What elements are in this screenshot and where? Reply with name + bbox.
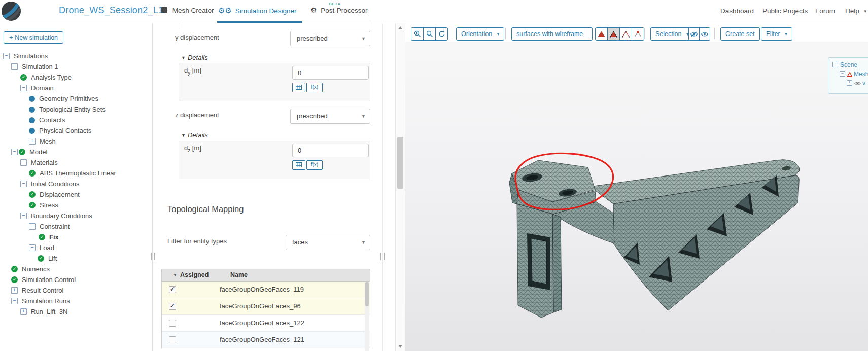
link-public-projects[interactable]: Public Projects	[762, 7, 808, 15]
table-scrollbar[interactable]	[365, 282, 369, 351]
assigned-checkbox[interactable]	[169, 286, 176, 293]
z-displacement-select[interactable]: prescribed ▼	[290, 109, 370, 124]
tree-item-initial-conditions[interactable]: −Initial Conditions	[0, 179, 152, 189]
assigned-checkbox[interactable]	[169, 303, 176, 310]
entity-type-select[interactable]: faces ▼	[286, 235, 370, 250]
formula-input-button[interactable]: f(x)	[306, 83, 323, 92]
table-row-facegroupongeofaces-96[interactable]: faceGroupOnGeoFaces_96	[162, 298, 370, 315]
collapse-icon[interactable]: −	[29, 223, 36, 230]
collapse-icon[interactable]: −	[3, 53, 10, 59]
collapse-icon[interactable]: −	[20, 213, 27, 219]
entity-icon	[29, 128, 35, 134]
tree-item-analysis-type[interactable]: ✓Analysis Type	[0, 72, 152, 83]
details-toggle-z[interactable]: ▼Details	[181, 131, 208, 139]
create-set-button[interactable]: Create set	[720, 27, 760, 41]
collapse-icon[interactable]: −	[20, 181, 27, 187]
table-row-facegroupongeofaces-121[interactable]: faceGroupOnGeoFaces_121	[162, 332, 370, 348]
scroll-up-arrow-icon[interactable]	[398, 26, 402, 29]
tree-item-numerics[interactable]: ✓Numerics	[0, 264, 152, 274]
orientation-button[interactable]: Orientation ▾	[456, 27, 504, 41]
tree-item-fix[interactable]: ✓Fix	[0, 232, 152, 242]
tree-item-displacement[interactable]: ✓Displacement	[0, 189, 152, 200]
settings-scrollbar[interactable]	[395, 23, 406, 351]
tree-item-physical-contacts[interactable]: Physical Contacts	[0, 125, 152, 136]
mesh-model-3d[interactable]	[405, 42, 868, 351]
wireframe-button[interactable]	[619, 28, 632, 40]
tree-item-label: Analysis Type	[31, 74, 72, 81]
tree-item-simulations[interactable]: −Simulations	[0, 51, 152, 61]
dz-value-input[interactable]	[292, 144, 369, 157]
scene-tree-item-mesh[interactable]: −Mesh 1	[828, 69, 868, 79]
tab-post-processor[interactable]: ⚙ Post-Processor	[310, 7, 368, 14]
new-simulation-button[interactable]: +New simulation	[4, 31, 63, 44]
link-forum[interactable]: Forum	[815, 7, 835, 15]
table-row-facegroupongeofaces-119[interactable]: faceGroupOnGeoFaces_119	[162, 282, 370, 298]
dy-value-input[interactable]	[292, 66, 369, 80]
collapse-icon[interactable]: −	[20, 85, 27, 91]
tree-item-materials[interactable]: −Materials	[0, 157, 152, 168]
table-input-button[interactable]	[292, 83, 305, 92]
viewport-3d[interactable]	[405, 42, 868, 351]
zoom-in-button[interactable]	[411, 28, 423, 40]
collapse-icon[interactable]: −	[832, 62, 838, 67]
expand-icon[interactable]: +	[847, 80, 852, 86]
tree-item-boundary-conditions[interactable]: −Boundary Conditions	[0, 210, 152, 221]
tree-item-simulation-1[interactable]: −Simulation 1	[0, 61, 152, 72]
collapse-icon[interactable]: −	[11, 149, 18, 155]
solid-elements-button[interactable]	[596, 28, 607, 40]
hide-selection-button[interactable]	[689, 28, 699, 40]
zoom-out-button[interactable]	[423, 28, 435, 40]
tree-item-lift[interactable]: ✓Lift	[0, 253, 152, 264]
scroll-down-arrow-icon[interactable]	[398, 345, 402, 348]
tree-item-geometry-primitives[interactable]: Geometry Primitives	[0, 93, 152, 104]
tree-item-mesh[interactable]: +Mesh	[0, 136, 152, 147]
nodes-button[interactable]	[632, 28, 644, 40]
tab-simulation-designer[interactable]: ⚙⚙ Simulation Designer	[218, 7, 296, 15]
tab-mesh-creator[interactable]: Mesh Creator	[161, 7, 214, 14]
panel-resize-grip-left[interactable]	[151, 253, 155, 260]
formula-input-button[interactable]: f(x)	[306, 160, 323, 170]
expand-icon[interactable]: +	[11, 287, 18, 294]
tree-item-abs-thermoplastic-linear[interactable]: ✓ABS Thermoplastic Linear	[0, 168, 152, 179]
collapse-icon[interactable]: −	[11, 63, 18, 70]
tree-item-constraint[interactable]: −Constraint	[0, 221, 152, 232]
tree-item-stress[interactable]: ✓Stress	[0, 200, 152, 210]
scrollbar-thumb[interactable]	[397, 137, 403, 189]
simscale-logo-icon[interactable]	[1, 1, 21, 21]
render-mode-select[interactable]: surfaces with wireframe ▼	[511, 27, 593, 41]
tree-item-result-control[interactable]: +Result Control	[0, 285, 152, 296]
surface-wireframe-button[interactable]	[607, 28, 619, 40]
collapse-icon[interactable]: −	[29, 244, 36, 251]
assigned-checkbox[interactable]	[169, 320, 176, 327]
filter-button[interactable]: Filter ▾	[761, 27, 792, 41]
tree-item-load[interactable]: −Load	[0, 242, 152, 253]
table-header-row[interactable]: ▼ Assigned Name	[162, 269, 370, 282]
tree-item-run-lift-3n[interactable]: +Run_Lift_3N	[0, 306, 152, 317]
collapse-icon[interactable]: −	[20, 159, 27, 166]
tree-item-contacts[interactable]: Contacts	[0, 115, 152, 125]
tree-item-simulation-control[interactable]: ✓Simulation Control	[0, 274, 152, 285]
expand-icon[interactable]: +	[20, 308, 27, 315]
y-displacement-select[interactable]: prescribed ▼	[290, 31, 370, 46]
tree-item-domain[interactable]: −Domain	[0, 83, 152, 93]
collapse-icon[interactable]: −	[11, 298, 18, 304]
link-dashboard[interactable]: Dashboard	[720, 7, 754, 15]
refresh-view-button[interactable]	[435, 28, 447, 40]
new-simulation-label: New simulation	[15, 34, 58, 41]
tree-item-model[interactable]: −✓Model	[0, 147, 152, 157]
selection-button[interactable]: Selection ▾	[650, 27, 693, 41]
scene-tree-item-child[interactable]: +v	[828, 79, 868, 88]
tree-item-simulation-runs[interactable]: −Simulation Runs	[0, 296, 152, 306]
tree-item-label: Contacts	[39, 116, 65, 124]
show-selection-button[interactable]	[699, 28, 710, 40]
collapse-icon[interactable]: −	[840, 71, 845, 77]
help-menu[interactable]: Help ▾	[845, 7, 866, 15]
expand-icon[interactable]: +	[29, 138, 36, 145]
details-toggle-y[interactable]: ▼Details	[181, 54, 208, 61]
scrollbar-thumb[interactable]	[365, 282, 369, 306]
tree-item-topological-entity-sets[interactable]: Topological Entity Sets	[0, 104, 152, 115]
assigned-checkbox[interactable]	[169, 336, 176, 343]
scene-tree-item-scene[interactable]: −Scene	[828, 60, 868, 69]
table-row-facegroupongeofaces-122[interactable]: faceGroupOnGeoFaces_122	[162, 315, 370, 332]
table-input-button[interactable]	[292, 160, 305, 170]
